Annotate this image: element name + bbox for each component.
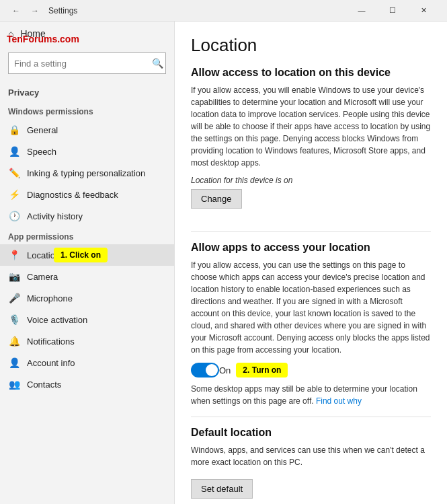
section2-desc: If you allow access, you can use the set… [191, 259, 431, 356]
location-toggle-row: On 2. Turn on [191, 363, 431, 377]
sidebar-item-microphone[interactable]: 🎤 Microphone [0, 287, 174, 309]
forward-button[interactable]: → [27, 3, 43, 19]
search-input[interactable] [8, 52, 166, 74]
location-toggle[interactable] [191, 363, 219, 377]
section2-title: Allow apps to access your location [191, 242, 431, 254]
close-button[interactable]: ✕ [408, 0, 439, 22]
diagnostics-icon: ⚡ [8, 189, 20, 200]
account-icon: 👤 [8, 357, 20, 368]
toggle-label: On [219, 365, 231, 375]
home-icon: ⌂ [8, 28, 13, 39]
sidebar-item-location-wrapper: 📍 Location 1. Click on [0, 244, 174, 266]
app-container: ⌂ Home 🔍 Privacy Windows permissions 🔒 G… [0, 22, 447, 504]
voice-icon: 🎙️ [8, 314, 20, 325]
sidebar-label-speech: Speech [27, 147, 56, 157]
activity-icon: 🕐 [8, 211, 20, 221]
location-icon: 📍 [8, 250, 20, 260]
sidebar-home[interactable]: ⌂ Home [0, 22, 174, 46]
sidebar-item-camera[interactable]: 📷 Camera [0, 266, 174, 287]
title-bar-title: Settings [48, 6, 77, 15]
annotation-turn-on: 2. Turn on [236, 363, 288, 377]
inking-icon: ✏️ [8, 168, 20, 178]
back-button[interactable]: ← [8, 3, 24, 19]
sidebar-label-general: General [27, 125, 58, 135]
sidebar-label-contacts: Contacts [27, 380, 61, 390]
sidebar-label-microphone: Microphone [27, 293, 73, 303]
app-permissions-label: App permissions [0, 227, 174, 244]
privacy-label: Privacy [0, 81, 174, 102]
set-default-button[interactable]: Set default [191, 479, 253, 499]
sidebar-item-account[interactable]: 👤 Account info [0, 352, 174, 373]
sidebar-search-container: 🔍 [0, 46, 174, 81]
divider-2 [191, 417, 431, 417]
sidebar-item-contacts[interactable]: 👥 Contacts [0, 373, 174, 395]
note-text: Some desktop apps may still be able to d… [191, 383, 431, 407]
sidebar: ⌂ Home 🔍 Privacy Windows permissions 🔒 G… [0, 22, 175, 504]
note-text-content: Some desktop apps may still be able to d… [191, 384, 417, 406]
annotation-click-on: 1. Click on [54, 248, 108, 262]
title-bar-controls: — ☐ ✕ [346, 0, 439, 22]
sidebar-item-diagnostics[interactable]: ⚡ Diagnostics & feedback [0, 184, 174, 205]
general-icon: 🔒 [8, 124, 20, 135]
divider-1 [191, 231, 431, 232]
home-label: Home [20, 28, 45, 39]
sidebar-label-diagnostics: Diagnostics & feedback [27, 190, 118, 200]
maximize-button[interactable]: ☐ [377, 0, 408, 22]
sidebar-item-activity[interactable]: 🕐 Activity history [0, 205, 174, 227]
microphone-icon: 🎤 [8, 293, 20, 303]
section1-title: Allow access to location on this device [191, 67, 431, 79]
sidebar-item-notifications[interactable]: 🔔 Notifications [0, 330, 174, 352]
section1-desc: If you allow access, you will enable Win… [191, 84, 431, 169]
page-title: Location [191, 35, 431, 56]
sidebar-label-camera: Camera [27, 272, 58, 282]
change-button[interactable]: Change [191, 189, 242, 209]
sidebar-item-inking[interactable]: ✏️ Inking & typing personalization [0, 162, 174, 184]
sidebar-label-account: Account info [27, 358, 75, 368]
windows-permissions-label: Windows permissions [0, 102, 174, 119]
camera-icon: 📷 [8, 271, 20, 282]
main-content: Location Allow access to location on thi… [175, 22, 447, 504]
sidebar-label-voice: Voice activation [27, 315, 87, 325]
section3-desc: Windows, apps, and services can use this… [191, 444, 431, 468]
sidebar-item-speech[interactable]: 👤 Speech [0, 141, 174, 162]
find-out-link[interactable]: Find out why [316, 396, 362, 406]
section1-status: Location for this device is on [191, 176, 431, 185]
sidebar-item-voice[interactable]: 🎙️ Voice activation [0, 309, 174, 330]
toggle-wrapper: On 2. Turn on [191, 363, 288, 377]
sidebar-label-inking: Inking & typing personalization [27, 168, 145, 178]
notifications-icon: 🔔 [8, 336, 20, 347]
title-bar-nav: ← → [8, 3, 43, 19]
sidebar-label-activity: Activity history [27, 211, 83, 221]
section3-title: Default location [191, 427, 431, 439]
title-bar-left: ← → Settings [8, 3, 77, 19]
title-bar: ← → Settings — ☐ ✕ [0, 0, 447, 22]
minimize-button[interactable]: — [346, 0, 377, 22]
sidebar-label-notifications: Notifications [27, 336, 75, 347]
contacts-icon: 👥 [8, 379, 20, 390]
speech-icon: 👤 [8, 146, 20, 157]
search-button[interactable]: 🔍 [152, 58, 163, 69]
sidebar-item-general[interactable]: 🔒 General [0, 119, 174, 141]
